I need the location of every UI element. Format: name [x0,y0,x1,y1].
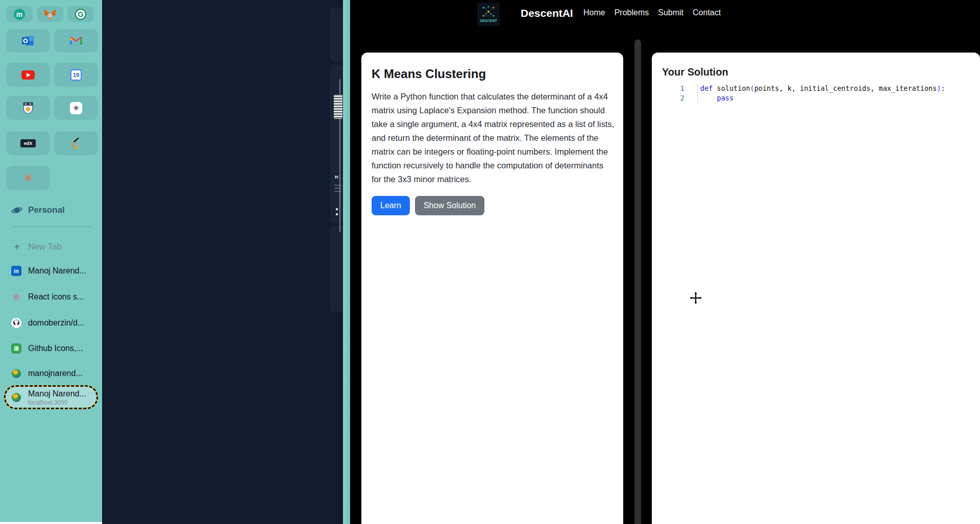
react-icon: ⚛ [12,292,20,302]
app-tile-claude[interactable]: ✳ [6,166,50,190]
solution-title: Your Solution [662,66,980,78]
grammarly-icon: G [75,9,86,20]
app-tile-google-calendar[interactable]: 19 [54,63,98,87]
tab-title: React icons s... [28,292,84,302]
gmail-icon [69,36,83,46]
youtube-icon [21,70,35,80]
site-favicon [12,369,21,378]
tab-title: Manoj Narend... [28,266,86,276]
nav-link-submit[interactable]: Submit [658,8,683,17]
code-line: pass [700,94,733,102]
code-line: def solution(points, k, initial_centroid… [700,84,945,92]
site-navbar: DESCENT DescentAI Home Problems Submit C… [350,0,980,29]
line-number-gutter: 1 2 [662,84,684,103]
mini-button-dot [336,208,338,210]
university-shield-icon [23,102,33,114]
sidebar-tab-react-icons[interactable]: ⚛ React icons s... [0,287,102,307]
linkedin-icon: in [11,266,21,276]
nav-link-contact[interactable]: Contact [693,8,721,17]
mini-text-line [334,188,340,189]
saturn-icon [11,205,22,215]
panel-resizer[interactable] [634,39,641,524]
browser-sidebar: m G [0,0,102,524]
mini-heading-text: H [335,174,338,180]
page-localhost-descentai: DESCENT DescentAI Home Problems Submit C… [350,0,980,524]
sidebar-tab-github-repo[interactable]: domoberzin/d... [0,313,102,333]
brand-name[interactable]: DescentAI [521,7,573,19]
app-tile-edx[interactable]: edX [6,131,50,155]
site-favicon [12,393,21,402]
tab-title: domoberzin/d... [28,318,84,328]
new-tab-label: New Tab [28,242,62,252]
tab-url: localhost:3000 [28,399,67,406]
screen: m G [0,0,980,524]
show-solution-button[interactable]: Show Solution [415,196,484,215]
sidebar-tab-linkedin[interactable]: in Manoj Narend... [0,261,102,281]
sidebar-bottom-strip [0,522,102,524]
chatgpt-icon: ✳ [70,102,82,114]
sidebar-tab-github-icons[interactable]: ⊞ Github Icons,... [0,338,102,359]
problem-description: Write a Python function that calculates … [372,90,615,186]
code-content: def solution(points, k, initial_centroid… [698,84,945,103]
window-preview-fragment [330,64,343,223]
metamask-icon [44,9,56,20]
claude-icon: ✳ [23,172,33,184]
google-calendar-icon: 19 [70,69,82,81]
code-editor[interactable]: 1 2 def solution(points, k, initial_cent… [662,84,980,103]
window-preview-fragment [330,7,343,61]
tab-title: manojnarend... [28,369,83,378]
app-tile-leetcode[interactable] [54,131,98,155]
desk-background: H [102,0,350,524]
app-tile-monkeytype[interactable]: m [6,6,33,22]
app-tile-gmail[interactable] [54,29,98,53]
app-tile-metamask[interactable] [37,6,63,22]
app-tile-youtube[interactable] [6,63,50,87]
sidebar-divider [11,227,93,227]
nav-link-home[interactable]: Home [583,8,605,17]
sidebar-tab-localhost-active[interactable]: Manoj Narend... localhost:3000 [4,385,98,409]
leetcode-icon [70,137,82,150]
problem-card: K Means Clustering Write a Python functi… [361,53,623,524]
tab-title: Manoj Narend... [28,389,86,398]
space-label: Personal [28,205,65,215]
plus-icon: + [11,241,22,253]
nav-links: Home Problems Submit Contact [583,8,721,17]
github-icon [10,318,22,328]
app-tile-university[interactable] [6,96,50,120]
mini-text-line [334,191,341,192]
descentai-logo[interactable]: DESCENT [477,3,500,26]
learn-button[interactable]: Learn [372,196,410,215]
problem-title: K Means Clustering [372,67,613,81]
solution-panel: Your Solution 1 2 def solution(points, k… [652,53,980,524]
app-tile-grammarly[interactable]: G [67,6,94,22]
monkeytype-icon: m [14,9,25,20]
window-edge-strip [343,0,350,524]
outlook-icon [21,35,35,47]
app-tile-chatgpt[interactable]: ✳ [54,96,98,120]
mini-button-dot [336,213,338,215]
github-icons-icon: ⊞ [11,343,21,354]
svg-text:DESCENT: DESCENT [480,19,497,22]
mini-page-thumbnail [334,94,342,119]
mini-text-line [334,185,341,186]
edx-icon: edX [20,139,36,147]
sidebar-tab-manojnarend[interactable]: manojnarend... [0,363,102,384]
new-tab-button[interactable]: + New Tab [0,240,102,254]
tab-title: Github Icons,... [28,344,83,353]
app-tile-outlook[interactable] [6,29,50,53]
space-header-personal[interactable]: Personal [0,203,102,217]
problem-actions: Learn Show Solution [372,196,613,215]
nav-link-problems[interactable]: Problems [615,8,649,17]
